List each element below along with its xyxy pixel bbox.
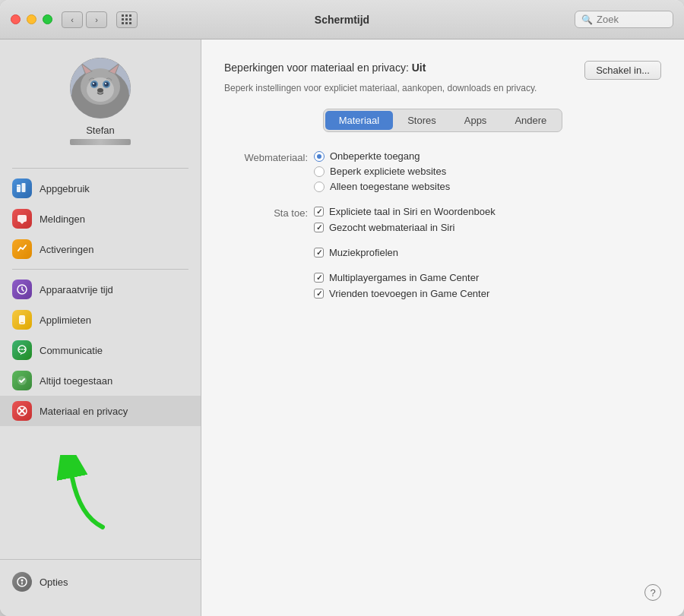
header-text: Beperkingen voor materiaal en privacy: — [224, 62, 409, 74]
sta-toe-section: Sta toe: Expliciete taal in Siri en Woor… — [224, 206, 661, 233]
content-title: Beperkingen voor materiaal en privacy: U… — [224, 61, 426, 76]
svg-point-24 — [19, 349, 21, 350]
checkbox-group-2: Muziekprofielen — [314, 247, 398, 258]
checkbox-muziek-input[interactable] — [314, 248, 324, 257]
content-footer: ? — [644, 584, 661, 601]
checkbox-group-3: Multiplayergames in Game Center Vrienden… — [314, 272, 489, 299]
nav-buttons: ‹ › — [62, 11, 107, 28]
tabs: Materiaal Stores Apps Andere — [323, 109, 563, 132]
search-input[interactable] — [597, 14, 667, 25]
svg-point-13 — [93, 83, 94, 84]
materiaal-label: Materiaal en privacy — [40, 406, 128, 417]
muziek-section: Muziekprofielen — [224, 247, 661, 258]
search-box[interactable]: 🔍 — [575, 11, 673, 28]
sidebar-item-meldingen[interactable]: Meldingen — [0, 204, 201, 234]
checkbox-multiplayer-label: Multiplayergames in Game Center — [329, 272, 479, 283]
titlebar: ‹ › Schermtijd 🔍 — [0, 0, 684, 39]
user-status-bar — [70, 139, 131, 145]
sidebar-divider-1 — [12, 168, 188, 169]
checkbox-vrienden[interactable]: Vrienden toevoegen in Game Center — [314, 288, 489, 299]
gamecenter-spacer — [224, 272, 308, 273]
meldingen-label: Meldingen — [40, 213, 85, 225]
svg-rect-19 — [17, 215, 27, 222]
avatar-image — [70, 58, 131, 118]
opties-icon — [12, 572, 32, 592]
sidebar: Stefan Appgebruik Meldingen — [0, 39, 201, 616]
checkbox-siri-taal-input[interactable] — [314, 207, 324, 216]
apparaatvrije-icon — [12, 280, 32, 299]
meldingen-icon — [12, 209, 32, 229]
content-header: Beperkingen voor materiaal en privacy: U… — [224, 61, 661, 80]
maximize-button[interactable] — [43, 14, 52, 24]
appgebruik-icon — [12, 178, 32, 198]
checkbox-vrienden-input[interactable] — [314, 289, 324, 299]
tab-andere[interactable]: Andere — [501, 111, 560, 130]
checkbox-muziek[interactable]: Muziekprofielen — [314, 247, 398, 258]
checkbox-group-1: Expliciete taal in Siri en Woordenboek G… — [314, 206, 496, 233]
radio-onbeperkt-label: Onbeperkte toegang — [330, 150, 420, 162]
checkbox-siri-taal-label: Expliciete taal in Siri en Woordenboek — [329, 206, 496, 217]
help-button[interactable]: ? — [644, 584, 661, 601]
tab-apps[interactable]: Apps — [451, 111, 501, 130]
checkbox-muziek-label: Muziekprofielen — [329, 247, 398, 258]
svg-point-15 — [97, 88, 103, 93]
activeringen-icon — [12, 239, 32, 259]
muziek-section-spacer — [224, 247, 308, 248]
close-button[interactable] — [11, 14, 21, 24]
header-status: Uit — [412, 62, 426, 74]
checkbox-multiplayer[interactable]: Multiplayergames in Game Center — [314, 272, 489, 283]
checkbox-siri-web-label: Gezocht webmateriaal in Siri — [329, 222, 454, 233]
opties-label: Opties — [40, 577, 68, 588]
sidebar-item-applimieten[interactable]: Applimieten — [0, 305, 201, 335]
svg-rect-18 — [17, 186, 20, 187]
webmateriaal-section: Webmateriaal: Onbeperkte toegang Beperk … — [224, 150, 661, 192]
user-section: Stefan — [0, 52, 201, 157]
grid-icon — [122, 14, 132, 25]
content-area: Beperkingen voor materiaal en privacy: U… — [201, 39, 684, 616]
enable-button[interactable]: Schakel in... — [584, 61, 661, 80]
gamecenter-section: Multiplayergames in Game Center Vrienden… — [224, 272, 661, 299]
radio-beperk-input[interactable] — [314, 166, 325, 177]
sidebar-divider-2 — [12, 269, 188, 270]
tab-stores[interactable]: Stores — [394, 111, 450, 130]
svg-rect-33 — [21, 583, 23, 585]
radio-alleen[interactable]: Alleen toegestane websites — [314, 181, 450, 192]
checkbox-siri-taal[interactable]: Expliciete taal in Siri en Woordenboek — [314, 206, 496, 217]
radio-beperk[interactable]: Beperk expliciete websites — [314, 166, 450, 177]
appgebruik-label: Appgebruik — [40, 183, 90, 194]
tab-materiaal[interactable]: Materiaal — [325, 111, 393, 130]
radio-alleen-input[interactable] — [314, 182, 325, 192]
grid-view-button[interactable] — [116, 11, 138, 28]
svg-point-32 — [21, 580, 24, 582]
search-icon: 🔍 — [581, 14, 593, 25]
apparaatvrije-label: Apparaatvrije tijd — [40, 284, 113, 295]
checkbox-siri-web-input[interactable] — [314, 223, 324, 232]
window-title: Schermtijd — [315, 14, 369, 26]
sidebar-item-altijd-toegestaan[interactable]: Altijd toegestaan — [0, 365, 201, 396]
checkbox-siri-web[interactable]: Gezocht webmateriaal in Siri — [314, 222, 496, 233]
svg-rect-22 — [21, 322, 24, 324]
sidebar-item-materiaal-privacy[interactable]: Materiaal en privacy — [0, 396, 201, 426]
sidebar-item-apparaatvrije-tijd[interactable]: Apparaatvrije tijd — [0, 274, 201, 305]
sidebar-item-appgebruik[interactable]: Appgebruik — [0, 173, 201, 204]
checkbox-vrienden-label: Vrienden toevoegen in Game Center — [329, 288, 489, 299]
sta-toe-label: Sta toe: — [224, 206, 308, 219]
svg-point-31 — [17, 577, 27, 586]
radio-onbeperkt-input[interactable] — [314, 151, 325, 162]
svg-point-14 — [105, 83, 106, 84]
sidebar-item-activeringen[interactable]: Activeringen — [0, 234, 201, 264]
radio-beperk-label: Beperk expliciete websites — [330, 166, 446, 177]
sidebar-item-opties[interactable]: Opties — [12, 569, 188, 595]
content-subtitle: Beperk instellingen voor expliciet mater… — [224, 83, 661, 93]
forward-button[interactable]: › — [86, 11, 107, 28]
radio-alleen-label: Alleen toegestane websites — [330, 181, 450, 192]
radio-onbeperkt[interactable]: Onbeperkte toegang — [314, 150, 450, 162]
communicatie-label: Communicatie — [40, 345, 103, 356]
sidebar-item-communicatie[interactable]: Communicatie — [0, 335, 201, 365]
minimize-button[interactable] — [27, 14, 36, 24]
traffic-lights — [11, 14, 52, 24]
applimieten-label: Applimieten — [40, 314, 91, 326]
back-button[interactable]: ‹ — [62, 11, 83, 28]
main-window: ‹ › Schermtijd 🔍 — [0, 0, 684, 616]
checkbox-multiplayer-input[interactable] — [314, 273, 324, 283]
